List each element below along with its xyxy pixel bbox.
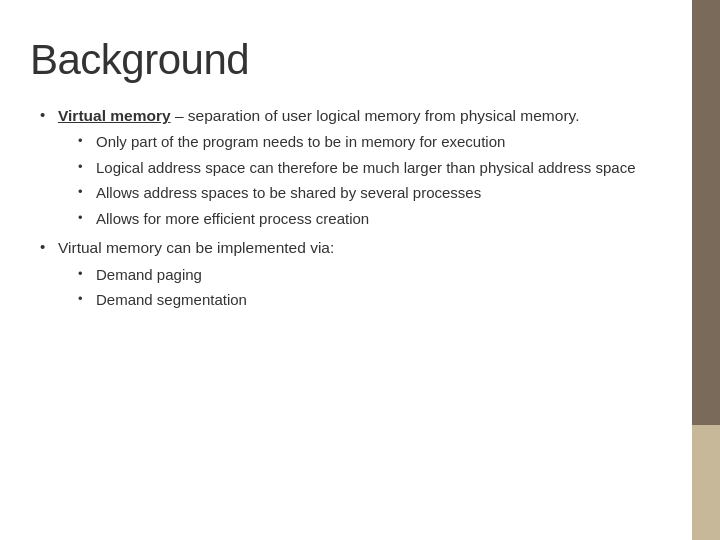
sub-list-1: Only part of the program needs to be in … [58,131,640,230]
sub-item-text: Logical address space can therefore be m… [96,159,635,176]
sub-item-text: Demand segmentation [96,291,247,308]
list-item: Demand segmentation [78,289,640,312]
sub-item-text: Demand paging [96,266,202,283]
virtual-memory-label: Virtual memory [58,107,171,124]
content-area: Virtual memory – separation of user logi… [30,104,680,312]
list-item: Virtual memory can be implemented via: D… [40,236,640,311]
main-list: Virtual memory – separation of user logi… [40,104,640,312]
deco-bar-dark [692,0,720,430]
list-item: Allows address spaces to be shared by se… [78,182,640,205]
sub-list-2: Demand paging Demand segmentation [58,264,640,312]
list-item: Virtual memory – separation of user logi… [40,104,640,230]
item1-text: – separation of user logical memory from… [175,107,580,124]
list-item: Logical address space can therefore be m… [78,157,640,180]
slide-container: Background Virtual memory – separation o… [0,0,720,540]
sub-item-text: Allows for more efficient process creati… [96,210,369,227]
list-item: Demand paging [78,264,640,287]
sub-item-text: Only part of the program needs to be in … [96,133,505,150]
list-item: Only part of the program needs to be in … [78,131,640,154]
list-item: Allows for more efficient process creati… [78,208,640,231]
page-title: Background [30,36,680,84]
item2-text: Virtual memory can be implemented via: [58,239,334,256]
deco-bar-light [692,425,720,540]
sub-item-text: Allows address spaces to be shared by se… [96,184,481,201]
